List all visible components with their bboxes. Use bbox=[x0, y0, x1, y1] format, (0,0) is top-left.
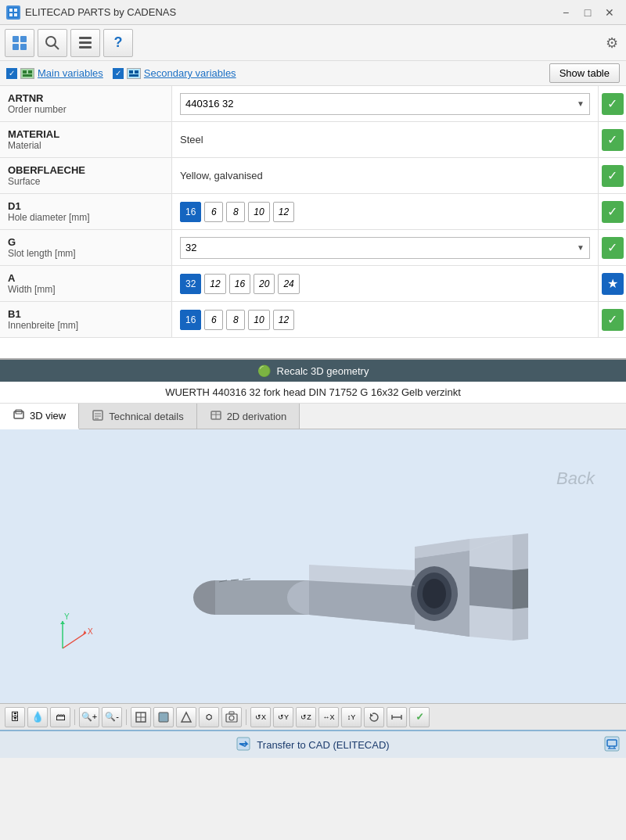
secondary-vars-checkbox-group[interactable]: ✓ Secondary variables bbox=[113, 67, 236, 79]
view-tool-checkmark[interactable]: ✓ bbox=[409, 707, 430, 727]
view-tool-sphere[interactable]: 💧 bbox=[27, 707, 48, 727]
param-check-d1: ✓ bbox=[598, 194, 626, 229]
param-desc-oberflaeche: Surface bbox=[8, 176, 164, 187]
b1-tag-6[interactable]: 6 bbox=[204, 310, 223, 330]
help-button[interactable]: ? bbox=[103, 29, 133, 57]
param-check-g: ✓ bbox=[598, 230, 626, 265]
view-tool-top[interactable]: ⬡ bbox=[199, 707, 219, 727]
toolbar-separator-2 bbox=[126, 709, 127, 725]
view-tool-cylinder[interactable]: 🗄 bbox=[5, 707, 25, 727]
param-row-d1: D1 Hole diameter [mm] 16 6 8 10 12 ✓ bbox=[0, 194, 626, 230]
a-tag-12[interactable]: 12 bbox=[204, 274, 225, 294]
maximize-button[interactable]: □ bbox=[577, 5, 598, 20]
param-check-a: ★ bbox=[598, 266, 626, 301]
svg-rect-8 bbox=[20, 44, 27, 50]
view-tool-box[interactable]: 🗃 bbox=[50, 707, 70, 727]
tab-3d-view[interactable]: 3D view bbox=[0, 404, 79, 429]
main-vars-label[interactable]: Main variables bbox=[38, 67, 103, 79]
tab-technical-details[interactable]: Technical details bbox=[79, 404, 196, 429]
tab-2d-derivation[interactable]: 2D derivation bbox=[197, 404, 300, 429]
a-tag-20[interactable]: 20 bbox=[254, 274, 275, 294]
back-label: Back bbox=[556, 468, 595, 489]
toolbar-separator-1 bbox=[74, 709, 75, 725]
param-name-a: A bbox=[8, 272, 164, 284]
param-row-g: G Slot length [mm] 32 ▼ ✓ bbox=[0, 230, 626, 266]
view-tool-zoom-in[interactable]: 🔍+ bbox=[79, 707, 99, 727]
g-dropdown[interactable]: 32 ▼ bbox=[180, 237, 590, 259]
view-tool-rotate-z[interactable]: ↺Z bbox=[296, 707, 316, 727]
d1-tag-6[interactable]: 6 bbox=[204, 202, 223, 222]
svg-rect-17 bbox=[23, 74, 32, 77]
recalc-bar[interactable]: 🟢 Recalc 3D geometry bbox=[0, 360, 626, 382]
tab-technical-label: Technical details bbox=[109, 411, 183, 422]
transfer-bar[interactable]: Transfer to CAD (ELITECAD) bbox=[0, 730, 626, 758]
view-tool-camera[interactable] bbox=[221, 707, 242, 727]
b1-tag-10[interactable]: 10 bbox=[248, 310, 269, 330]
dropdown-arrow-g-icon: ▼ bbox=[577, 243, 585, 252]
part-title: WUERTH 440316 32 fork head DIN 71752 G 1… bbox=[0, 382, 626, 404]
3d-view-area[interactable]: X Y Back bbox=[0, 429, 626, 703]
history-button[interactable] bbox=[70, 29, 100, 57]
3d-view-icon bbox=[13, 408, 25, 423]
tab-2d-label: 2D derivation bbox=[227, 411, 287, 422]
transfer-label: Transfer to CAD (ELITECAD) bbox=[257, 739, 389, 751]
recalc-label: Recalc 3D geometry bbox=[277, 365, 369, 377]
d1-tag-12[interactable]: 12 bbox=[273, 202, 294, 222]
view-tool-zoom-out[interactable]: 🔍- bbox=[102, 707, 122, 727]
dropdown-arrow-icon: ▼ bbox=[577, 99, 585, 108]
svg-text:X: X bbox=[88, 627, 93, 636]
axis-indicator: X Y bbox=[47, 609, 94, 656]
svg-point-9 bbox=[46, 37, 56, 46]
view-tool-rotate-x[interactable]: ↺X bbox=[250, 707, 271, 727]
view-tool-rotate-y[interactable]: ↺Y bbox=[273, 707, 293, 727]
param-check-oberflaeche: ✓ bbox=[598, 158, 626, 193]
d1-tag-16[interactable]: 16 bbox=[180, 202, 201, 222]
b1-tag-8[interactable]: 8 bbox=[226, 310, 245, 330]
main-toolbar: ? ⚙ bbox=[0, 25, 626, 61]
view-tool-measure[interactable] bbox=[387, 707, 407, 727]
a-tag-32[interactable]: 32 bbox=[180, 274, 201, 294]
a-tag-16[interactable]: 16 bbox=[229, 274, 250, 294]
b1-tag-12[interactable]: 12 bbox=[273, 310, 294, 330]
param-row-material: MATERIAL Material Steel ✓ bbox=[0, 122, 626, 158]
secondary-vars-label[interactable]: Secondary variables bbox=[144, 67, 236, 79]
svg-rect-21 bbox=[129, 74, 139, 77]
settings-icon[interactable]: ⚙ bbox=[606, 34, 618, 52]
a-tag-24[interactable]: 24 bbox=[278, 274, 299, 294]
g-value: 32 bbox=[185, 242, 196, 253]
view-tool-reset[interactable] bbox=[364, 707, 384, 727]
d1-tag-10[interactable]: 10 bbox=[248, 202, 269, 222]
search-button[interactable] bbox=[38, 29, 67, 57]
view-tool-flip-y[interactable]: ↕Y bbox=[341, 707, 362, 727]
main-vars-checkbox-group[interactable]: ✓ Main variables bbox=[6, 67, 103, 79]
window-title: ELITECAD PARTS by CADENAS bbox=[25, 6, 176, 18]
svg-marker-50 bbox=[513, 608, 528, 641]
window-controls: − □ ✕ bbox=[556, 5, 620, 20]
param-desc-artnr: Order number bbox=[8, 104, 164, 115]
view-tool-solid[interactable] bbox=[153, 707, 174, 727]
close-button[interactable]: ✕ bbox=[599, 5, 620, 20]
view-tool-flip-x[interactable]: ↔X bbox=[318, 707, 339, 727]
svg-marker-46 bbox=[470, 535, 513, 570]
minimize-button[interactable]: − bbox=[556, 5, 576, 20]
artnr-dropdown[interactable]: 440316 32 ▼ bbox=[180, 93, 590, 115]
main-vars-checkbox[interactable]: ✓ bbox=[6, 68, 17, 79]
oberflaeche-value: Yellow, galvanised bbox=[180, 170, 263, 181]
catalog-button[interactable] bbox=[5, 29, 34, 57]
show-table-button[interactable]: Show table bbox=[549, 63, 620, 83]
svg-rect-2 bbox=[14, 9, 17, 12]
svg-marker-35 bbox=[60, 621, 65, 624]
b1-tag-16[interactable]: 16 bbox=[180, 310, 201, 330]
view-tool-perspective[interactable] bbox=[176, 707, 196, 727]
param-value-b1: 16 6 8 10 12 bbox=[172, 302, 598, 337]
recalc-icon: 🟢 bbox=[257, 364, 271, 377]
app-icon bbox=[6, 5, 20, 20]
secondary-vars-checkbox[interactable]: ✓ bbox=[113, 68, 124, 79]
param-value-artnr: 440316 32 ▼ bbox=[172, 86, 598, 121]
check-icon-a: ★ bbox=[602, 273, 624, 295]
param-value-d1: 16 6 8 10 12 bbox=[172, 194, 598, 229]
view-tool-wireframe[interactable] bbox=[131, 707, 151, 727]
svg-point-66 bbox=[229, 716, 234, 720]
transfer-icon bbox=[236, 737, 250, 753]
d1-tag-8[interactable]: 8 bbox=[226, 202, 245, 222]
